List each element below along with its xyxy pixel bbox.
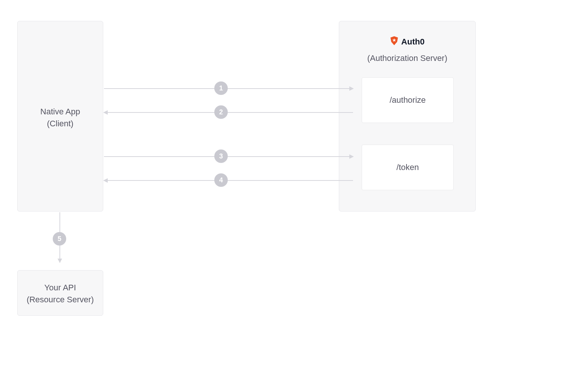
client-subtitle: (Client) — [18, 118, 103, 130]
resource-subtitle: (Resource Server) — [18, 294, 103, 306]
authorize-endpoint-box: /authorize — [362, 77, 454, 123]
auth-brand-row: Auth0 — [339, 36, 475, 47]
arrow-step-3 — [104, 156, 353, 157]
step-badge-2: 2 — [214, 105, 228, 119]
step-badge-1: 1 — [214, 81, 228, 95]
auth0-brand-text: Auth0 — [401, 37, 424, 47]
auth0-brand: Auth0 — [390, 36, 424, 47]
resource-label: Your API (Resource Server) — [18, 282, 103, 306]
resource-server-box: Your API (Resource Server) — [17, 270, 103, 316]
step-badge-3: 3 — [214, 149, 228, 163]
resource-title: Your API — [18, 282, 103, 294]
arrow-step-4 — [104, 180, 353, 181]
step-badge-5: 5 — [53, 232, 66, 246]
auth-server-box: Auth0 (Authorization Server) /authorize … — [339, 21, 476, 212]
token-endpoint-label: /token — [396, 161, 419, 173]
token-endpoint-box: /token — [362, 145, 454, 190]
client-label: Native App (Client) — [18, 106, 103, 130]
step-badge-4: 4 — [214, 173, 228, 187]
arrow-step-2 — [104, 112, 353, 113]
arrow-step-1 — [104, 88, 353, 89]
diagram-canvas: Native App (Client) Auth0 (Authorization… — [0, 0, 561, 392]
authorize-endpoint-label: /authorize — [390, 94, 426, 106]
client-title: Native App — [18, 106, 103, 118]
auth-server-subtitle: (Authorization Server) — [339, 53, 475, 63]
auth0-shield-icon — [390, 36, 398, 47]
client-box: Native App (Client) — [17, 21, 103, 212]
